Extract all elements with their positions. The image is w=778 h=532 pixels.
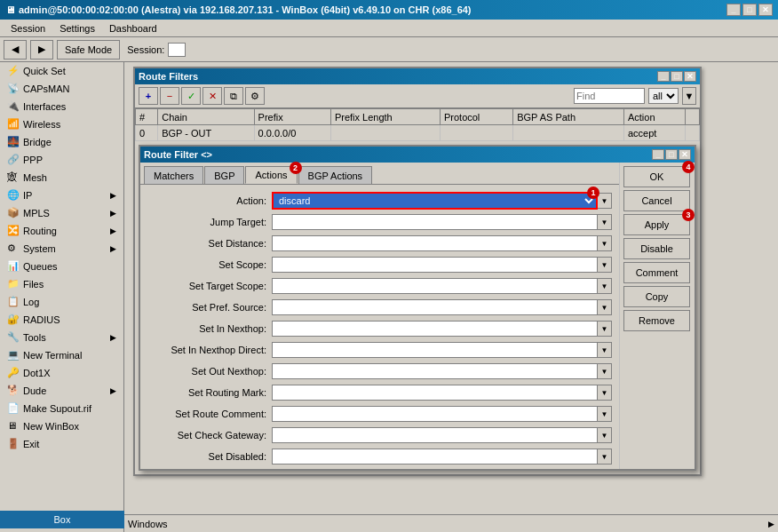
set-distance-input[interactable] xyxy=(272,235,598,251)
sidebar-item-dot1x[interactable]: 🔑 Dot1X xyxy=(0,364,123,382)
sidebar-item-queues[interactable]: 📊 Queues xyxy=(0,258,123,275)
sidebar-item-ip[interactable]: 🌐 IP ▶ xyxy=(0,187,123,204)
set-out-nexthop-input[interactable] xyxy=(272,363,598,379)
sidebar-item-wireless[interactable]: 📶 Wireless xyxy=(0,115,123,133)
rf-disable-btn[interactable]: ✕ xyxy=(202,87,222,105)
set-out-nexthop-dropdown-btn[interactable]: ▼ xyxy=(598,363,612,379)
col-protocol[interactable]: Protocol xyxy=(440,109,512,125)
col-chain[interactable]: Chain xyxy=(158,109,254,125)
action-select[interactable]: discard accept reject passthrough xyxy=(272,192,598,210)
set-routing-mark-input[interactable] xyxy=(272,385,598,401)
files-icon: 📁 xyxy=(7,278,20,290)
set-pref-source-row: Set Pref. Source: ▼ xyxy=(147,298,612,316)
rf-maximize-btn[interactable]: □ xyxy=(671,71,683,82)
dialog-close-btn[interactable]: ✕ xyxy=(679,149,691,160)
sidebar-item-dude[interactable]: 🐕 Dude ▶ xyxy=(0,382,123,400)
set-disabled-dropdown-btn[interactable]: ▼ xyxy=(598,449,612,465)
jump-target-dropdown-btn[interactable]: ▼ xyxy=(598,214,612,230)
menu-dashboard[interactable]: Dashboard xyxy=(102,21,164,36)
set-disabled-input[interactable] xyxy=(272,449,598,465)
sidebar-item-log[interactable]: 📋 Log xyxy=(0,293,123,311)
rf-enable-btn[interactable]: ✓ xyxy=(181,87,201,105)
sidebar-item-system[interactable]: ⚙ System ▶ xyxy=(0,240,123,258)
comment-button[interactable]: Comment xyxy=(623,262,690,283)
set-in-nexthop-direct-input[interactable] xyxy=(272,342,598,358)
minimize-btn[interactable]: _ xyxy=(726,4,741,16)
bridge-icon: 🌉 xyxy=(7,136,20,148)
sidebar-item-bridge[interactable]: 🌉 Bridge xyxy=(0,133,123,151)
set-pref-source-input[interactable] xyxy=(272,299,598,315)
copy-button[interactable]: Copy xyxy=(623,286,690,307)
set-route-comment-control: ▼ xyxy=(272,405,612,423)
set-target-scope-dropdown-btn[interactable]: ▼ xyxy=(598,278,612,294)
cancel-button[interactable]: Cancel xyxy=(623,190,690,211)
set-check-gateway-dropdown-btn[interactable]: ▼ xyxy=(598,427,612,443)
sidebar-item-exit[interactable]: 🚪 Exit xyxy=(0,435,123,453)
dialog-minimize-btn[interactable]: _ xyxy=(652,149,664,160)
set-scope-dropdown-btn[interactable]: ▼ xyxy=(598,257,612,273)
tab-bgp-actions[interactable]: BGP Actions xyxy=(298,166,373,184)
sidebar-item-radius[interactable]: 🔐 RADIUS xyxy=(0,311,123,329)
maximize-btn[interactable]: □ xyxy=(742,4,757,16)
remove-button[interactable]: Remove xyxy=(623,310,690,331)
sidebar-item-interfaces[interactable]: 🔌 Interfaces xyxy=(0,98,123,115)
set-scope-input[interactable] xyxy=(272,257,598,273)
set-in-nexthop-dropdown-btn[interactable]: ▼ xyxy=(598,321,612,337)
tab-matchers[interactable]: Matchers xyxy=(144,166,203,184)
sidebar-item-capsman[interactable]: 📡 CAPsMAN xyxy=(0,80,123,98)
rf-dropdown-btn[interactable]: ▼ xyxy=(682,87,696,105)
sidebar-item-tools[interactable]: 🔧 Tools ▶ xyxy=(0,329,123,346)
menu-session[interactable]: Session xyxy=(4,21,52,36)
sidebar-item-ppp[interactable]: 🔗 PPP xyxy=(0,151,123,169)
sidebar-item-newwinbox[interactable]: 🖥 New WinBox xyxy=(0,417,123,435)
session-input[interactable] xyxy=(168,43,186,57)
safe-mode-btn[interactable]: Safe Mode xyxy=(57,40,120,60)
menu-settings[interactable]: Settings xyxy=(52,21,102,36)
set-in-nexthop-direct-dropdown-btn[interactable]: ▼ xyxy=(598,342,612,358)
sidebar-item-supout[interactable]: 📄 Make Supout.rif xyxy=(0,400,123,417)
forward-btn[interactable]: ▶ xyxy=(30,40,53,60)
dialog-maximize-btn[interactable]: □ xyxy=(665,149,678,160)
sidebar-item-terminal[interactable]: 💻 New Terminal xyxy=(0,346,123,364)
tab-bgp[interactable]: BGP xyxy=(204,166,244,184)
set-in-nexthop-direct-label: Set In Nexthop Direct: xyxy=(147,345,272,355)
set-in-nexthop-input[interactable] xyxy=(272,321,598,337)
col-num[interactable]: # xyxy=(136,109,158,125)
close-btn[interactable]: ✕ xyxy=(758,4,773,16)
col-prefix-length[interactable]: Prefix Length xyxy=(330,109,440,125)
set-check-gateway-label: Set Check Gateway: xyxy=(147,430,272,441)
ok-button[interactable]: OK xyxy=(623,166,690,187)
apply-button[interactable]: Apply xyxy=(623,214,690,235)
system-icon: ⚙ xyxy=(7,242,20,255)
jump-target-input[interactable] xyxy=(272,214,598,230)
action-dropdown-btn[interactable]: ▼ xyxy=(598,193,612,209)
sidebar-item-mesh[interactable]: 🕸 Mesh xyxy=(0,169,123,187)
set-pref-source-dropdown-btn[interactable]: ▼ xyxy=(598,299,612,315)
rf-close-btn[interactable]: ✕ xyxy=(684,71,696,82)
set-routing-mark-dropdown-btn[interactable]: ▼ xyxy=(598,385,612,401)
rf-remove-btn[interactable]: − xyxy=(160,87,179,105)
set-check-gateway-input[interactable] xyxy=(272,427,598,443)
disable-button[interactable]: Disable xyxy=(623,238,690,259)
set-route-comment-dropdown-btn[interactable]: ▼ xyxy=(598,406,612,422)
tab-actions[interactable]: Actions 2 xyxy=(245,166,297,184)
set-target-scope-input[interactable] xyxy=(272,278,598,294)
sidebar-item-files[interactable]: 📁 Files xyxy=(0,275,123,293)
sidebar-item-mpls[interactable]: 📦 MPLS ▶ xyxy=(0,204,123,222)
sidebar-item-routing[interactable]: 🔀 Routing ▶ xyxy=(0,222,123,240)
rf-minimize-btn[interactable]: _ xyxy=(657,71,670,82)
sidebar-item-quickset[interactable]: ⚡ Quick Set xyxy=(0,62,123,80)
set-distance-dropdown-btn[interactable]: ▼ xyxy=(598,235,612,251)
col-prefix[interactable]: Prefix xyxy=(254,109,330,125)
table-row[interactable]: 0 BGP - OUT 0.0.0.0/0 accept xyxy=(136,125,700,141)
set-route-comment-input[interactable] xyxy=(272,406,598,422)
rf-copy-btn[interactable]: ⧉ xyxy=(224,87,243,105)
rf-filter-btn[interactable]: ⚙ xyxy=(245,87,265,105)
back-btn[interactable]: ◀ xyxy=(4,40,27,60)
rf-find-input[interactable] xyxy=(574,88,645,104)
rf-add-btn[interactable]: + xyxy=(139,87,158,105)
dialog-body: Matchers BGP Actions 2 BGP Actions xyxy=(140,163,695,469)
col-action[interactable]: Action xyxy=(623,109,685,125)
rf-filter-select[interactable]: all xyxy=(648,88,679,104)
col-bgp-as-path[interactable]: BGP AS Path xyxy=(513,109,624,125)
